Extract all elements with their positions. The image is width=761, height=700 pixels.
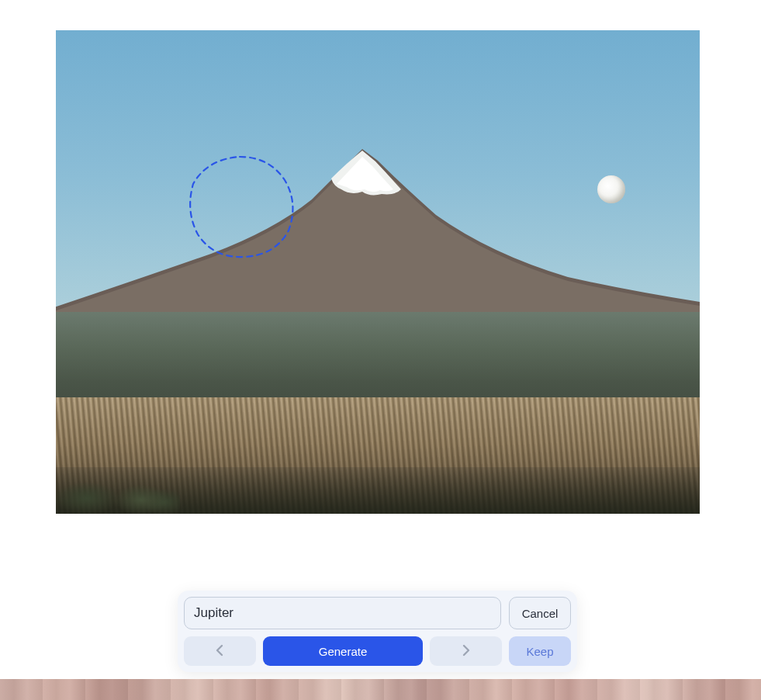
foreground-trees (56, 467, 180, 514)
desktop-background-strip (0, 679, 761, 700)
previous-variation-button[interactable] (184, 636, 256, 666)
toolbar-bottom-row: Generate Keep (184, 636, 571, 666)
generate-button[interactable]: Generate (263, 636, 423, 666)
image-canvas[interactable] (56, 30, 700, 514)
cancel-button[interactable]: Cancel (509, 597, 571, 629)
editor-main-area: Cancel Generate Keep (0, 0, 761, 680)
keep-button[interactable]: Keep (509, 636, 571, 666)
chevron-right-icon (462, 644, 470, 659)
chevron-left-icon (216, 644, 224, 659)
next-variation-button[interactable] (430, 636, 502, 666)
toolbar-top-row: Cancel (184, 597, 571, 629)
generative-fill-toolbar: Cancel Generate Keep (178, 591, 577, 672)
prompt-input[interactable] (184, 597, 501, 629)
